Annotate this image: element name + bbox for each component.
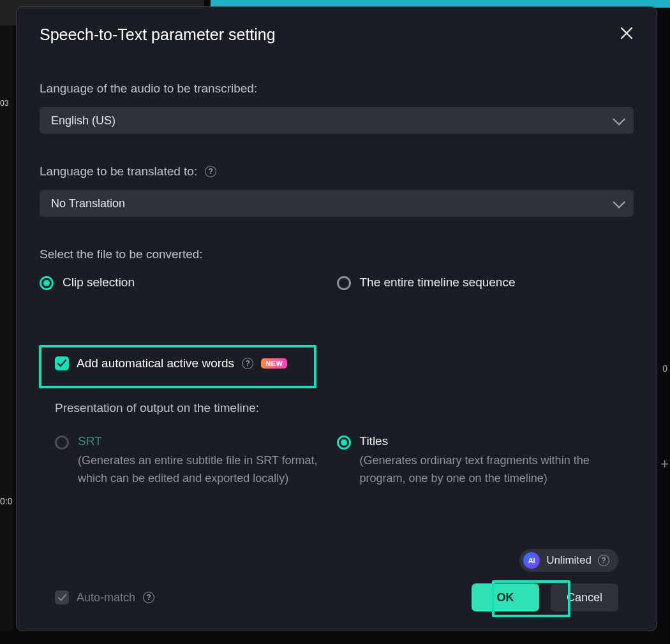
bg-timecode-1: 03 — [0, 99, 8, 108]
help-icon[interactable]: ? — [143, 592, 154, 603]
ai-icon: AI — [523, 552, 540, 569]
modal-buttons: OK Cancel — [472, 583, 618, 611]
checkbox-active-words[interactable] — [55, 356, 69, 370]
translate-language-dropdown[interactable]: No Translation — [40, 190, 634, 217]
stt-settings-modal: Speech-to-Text parameter setting Languag… — [16, 6, 657, 631]
audio-language-dropdown[interactable]: English (US) — [40, 107, 634, 134]
help-icon[interactable]: ? — [205, 166, 216, 177]
chevron-down-icon — [613, 113, 625, 126]
desc-srt: (Generates an entire subtitle file in SR… — [78, 452, 322, 488]
ok-button[interactable]: OK — [472, 583, 539, 611]
option-clip-selection[interactable]: Clip selection — [40, 275, 337, 290]
audio-language-value: English (US) — [51, 114, 115, 128]
checkbox-automatch — [55, 590, 69, 604]
label-active-words: Add automatical active words — [77, 356, 234, 370]
radio-clip-selection[interactable] — [40, 276, 54, 290]
presentation-titles[interactable]: Titles (Generates ordinary text fragment… — [337, 434, 619, 488]
bg-plus-icon: + — [660, 456, 669, 472]
label-titles: Titles — [360, 434, 604, 448]
label-automatch: Auto-match — [77, 591, 135, 604]
close-icon — [620, 26, 634, 40]
label-file-select: Select the file to be converted: — [40, 247, 634, 261]
label-entire-timeline: The entire timeline sequence — [360, 275, 516, 289]
radio-titles[interactable] — [337, 435, 351, 450]
bg-side-zero: 0 — [662, 363, 667, 374]
modal-header: Speech-to-Text parameter setting — [40, 25, 634, 45]
label-audio-language: Language of the audio to be transcribed: — [40, 82, 634, 96]
option-entire-timeline[interactable]: The entire timeline sequence — [337, 275, 634, 290]
check-icon — [57, 358, 67, 369]
radio-entire-timeline[interactable] — [337, 276, 351, 290]
new-badge: NEW — [261, 358, 287, 369]
bg-timecode-2: 0:0 — [0, 496, 12, 506]
label-presentation: Presentation of output on the timeline: — [55, 401, 259, 415]
help-icon[interactable]: ? — [598, 555, 609, 566]
ai-unlimited-pill[interactable]: AI Unlimited ? — [519, 549, 618, 572]
chevron-down-icon — [613, 196, 625, 209]
file-options-row: Clip selection The entire timeline seque… — [40, 275, 634, 290]
presentation-options: SRT (Generates an entire subtitle file i… — [55, 434, 618, 488]
close-button[interactable] — [620, 25, 634, 45]
cancel-button[interactable]: Cancel — [551, 583, 618, 611]
unlimited-label: Unlimited — [546, 554, 592, 567]
label-translate-language: Language to be translated to: ? — [40, 165, 634, 179]
presentation-srt: SRT (Generates an entire subtitle file i… — [55, 434, 337, 488]
label-srt: SRT — [78, 434, 322, 448]
radio-srt — [55, 435, 69, 450]
help-icon[interactable]: ? — [242, 358, 253, 369]
automatch-row: Auto-match ? — [55, 590, 154, 604]
check-icon — [57, 593, 67, 603]
translate-language-value: No Translation — [51, 197, 125, 210]
modal-footer: Auto-match ? OK Cancel — [55, 583, 618, 611]
label-clip-selection: Clip selection — [63, 275, 135, 289]
modal-title: Speech-to-Text parameter setting — [40, 26, 276, 44]
active-words-row: Add automatical active words ? NEW — [55, 356, 287, 370]
desc-titles: (Generates ordinary text fragments withi… — [360, 452, 604, 488]
label-translate-text: Language to be translated to: — [40, 165, 197, 179]
bg-left-col — [0, 26, 13, 631]
